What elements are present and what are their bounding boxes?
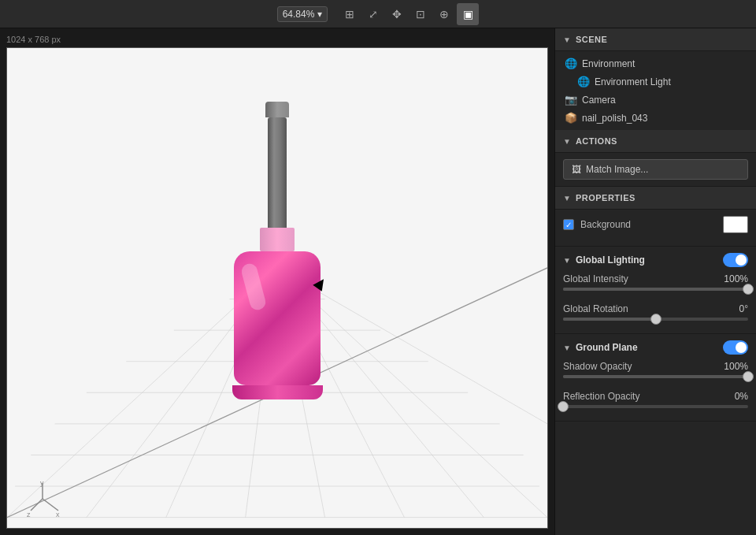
scene-tree: 🌐 Environment 🌐 Environment Light 📷 Came… <box>555 51 756 130</box>
match-image-icon: 🖼 <box>572 164 581 175</box>
shadow-opacity-row: Shadow Opacity 100% <box>563 361 748 372</box>
pivot-button[interactable]: ⊡ <box>410 3 432 25</box>
background-color-swatch[interactable] <box>723 216 748 233</box>
tree-item-nail-polish[interactable]: 📦 nail_polish_043 <box>555 109 756 127</box>
background-label: Background <box>580 219 717 230</box>
global-intensity-fill <box>563 288 748 291</box>
zoom-dropdown-icon: ▾ <box>317 9 322 20</box>
global-intensity-track[interactable] <box>563 288 748 291</box>
globe-icon-sub: 🌐 <box>577 76 590 87</box>
global-intensity-row: Global Intensity 100% <box>563 273 748 284</box>
actions-section-header[interactable]: ▼ ACTIONS <box>555 130 756 153</box>
match-image-button[interactable]: 🖼 Match Image... <box>563 159 748 180</box>
reflection-opacity-container: Reflection Opacity 0% <box>555 391 756 421</box>
global-lighting-content: Global Intensity 100% Global Rotation 0° <box>555 273 756 333</box>
scene-title: SCENE <box>576 35 607 44</box>
background-row: ✓ Background <box>563 216 748 233</box>
background-checkbox[interactable]: ✓ <box>563 219 574 230</box>
svg-text:x: x <box>56 511 60 518</box>
box-icon: 📦 <box>565 112 577 124</box>
svg-line-18 <box>31 499 43 511</box>
bottle-neck <box>260 228 295 251</box>
render-button[interactable]: ▣ <box>457 3 479 25</box>
reflection-opacity-row: Reflection Opacity 0% <box>563 391 748 402</box>
reflection-opacity-track[interactable] <box>563 405 748 408</box>
global-intensity-thumb[interactable] <box>743 284 754 295</box>
axis-indicator: z x y <box>23 479 62 520</box>
svg-text:z: z <box>27 511 31 518</box>
toolbar: 64.84% ▾ ⊞ ⤢ ✥ ⊡ ⊕ ▣ <box>0 0 756 28</box>
grid-button[interactable]: ⊞ <box>339 3 361 25</box>
scene-chevron-icon: ▼ <box>563 35 571 44</box>
zoom-value: 64.84% <box>283 9 315 20</box>
reflection-opacity-label: Reflection Opacity <box>563 391 639 402</box>
shadow-opacity-track[interactable] <box>563 375 748 378</box>
ground-plane-chevron-icon: ▼ <box>563 344 571 352</box>
shadow-opacity-thumb[interactable] <box>743 371 754 382</box>
svg-line-19 <box>43 499 58 511</box>
global-lighting-header[interactable]: ▼ Global Lighting <box>555 247 756 273</box>
global-rotation-label: Global Rotation <box>563 303 628 314</box>
frame-button[interactable]: ⤢ <box>362 3 384 25</box>
properties-section-header[interactable]: ▼ PROPERTIES <box>555 187 756 210</box>
global-lighting-subsection: ▼ Global Lighting Global Intensity 100% <box>555 247 756 334</box>
global-rotation-row: Global Rotation 0° <box>563 303 748 314</box>
svg-text:y: y <box>40 479 44 487</box>
ground-plane-subsection: ▼ Ground Plane Shadow Opacity 100% <box>555 334 756 422</box>
global-lighting-toggle[interactable] <box>723 253 748 267</box>
global-rotation-thumb[interactable] <box>650 314 662 325</box>
ground-plane-title: Ground Plane <box>576 342 723 353</box>
shadow-opacity-fill <box>563 375 748 378</box>
canvas-area[interactable]: .grid-line { stroke: #ccc; stroke-width:… <box>6 47 548 529</box>
bottle-base <box>232 385 323 399</box>
tree-label-environment-light: Environment Light <box>595 76 671 87</box>
right-panel: ▼ SCENE 🌐 Environment 🌐 Environment Ligh… <box>554 28 756 535</box>
actions-title: ACTIONS <box>576 136 617 146</box>
tree-item-camera[interactable]: 📷 Camera <box>555 91 756 109</box>
global-intensity-label: Global Intensity <box>563 273 628 284</box>
actions-section: 🖼 Match Image... <box>555 153 756 187</box>
toolbar-center: 64.84% ▾ ⊞ ⤢ ✥ ⊡ ⊕ ▣ <box>277 3 480 25</box>
camera-icon: 📷 <box>565 94 577 106</box>
add-object-button[interactable]: ⊕ <box>433 3 455 25</box>
reflection-opacity-thumb[interactable] <box>558 401 569 412</box>
ground-plane-toggle[interactable] <box>723 340 748 355</box>
move-button[interactable]: ✥ <box>386 3 408 25</box>
match-image-label: Match Image... <box>586 164 648 175</box>
nail-polish-model <box>214 102 340 393</box>
shadow-opacity-container: Shadow Opacity 100% <box>555 361 756 391</box>
tree-item-environment[interactable]: 🌐 Environment <box>555 54 756 72</box>
zoom-control[interactable]: 64.84% ▾ <box>277 6 328 22</box>
bottle-body <box>234 251 321 385</box>
globe-icon: 🌐 <box>565 58 577 69</box>
global-rotation-value: 0° <box>739 303 748 314</box>
bottle-handle <box>268 117 287 228</box>
ground-plane-header[interactable]: ▼ Ground Plane <box>555 334 756 361</box>
actions-chevron-icon: ▼ <box>563 137 571 146</box>
tree-label-nail-polish: nail_polish_043 <box>582 113 647 124</box>
global-rotation-container: Global Rotation 0° <box>555 303 756 333</box>
main-area: 1024 x 768 px .grid-line { stroke: #ccc;… <box>0 28 756 535</box>
properties-chevron-icon: ▼ <box>563 194 571 202</box>
scene-section-header[interactable]: ▼ SCENE <box>555 28 756 51</box>
scene-content: .grid-line { stroke: #ccc; stroke-width:… <box>7 48 547 528</box>
ground-plane-content: Shadow Opacity 100% Reflection Opacity 0… <box>555 361 756 421</box>
reflection-opacity-value: 0% <box>735 391 748 402</box>
bottle-cap <box>265 102 289 117</box>
viewport[interactable]: 1024 x 768 px .grid-line { stroke: #ccc;… <box>0 28 554 535</box>
global-lighting-chevron-icon: ▼ <box>563 256 571 265</box>
tree-item-environment-light[interactable]: 🌐 Environment Light <box>555 72 756 91</box>
tree-label-environment: Environment <box>582 58 635 69</box>
viewport-dimensions: 1024 x 768 px <box>6 35 61 44</box>
global-lighting-title: Global Lighting <box>576 254 723 266</box>
shadow-opacity-value: 100% <box>724 361 748 372</box>
global-rotation-track[interactable] <box>563 318 748 321</box>
tree-label-camera: Camera <box>582 95 616 106</box>
global-intensity-container: Global Intensity 100% <box>555 273 756 303</box>
global-rotation-fill <box>563 318 656 321</box>
shadow-opacity-label: Shadow Opacity <box>563 361 632 372</box>
properties-title: PROPERTIES <box>576 193 636 202</box>
global-intensity-value: 100% <box>724 273 748 284</box>
properties-section: ✓ Background <box>555 210 756 247</box>
